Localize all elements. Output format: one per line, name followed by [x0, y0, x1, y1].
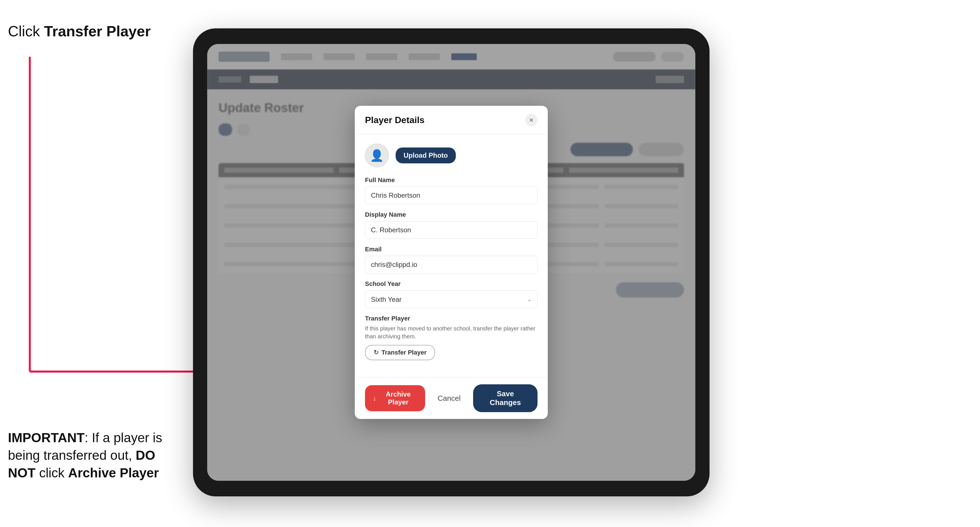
- email-field: Email: [365, 246, 538, 273]
- email-input[interactable]: [365, 256, 538, 273]
- display-name-input[interactable]: [365, 221, 538, 239]
- bottom-text-2: click: [35, 465, 68, 480]
- transfer-section: Transfer Player If this player has moved…: [365, 315, 538, 360]
- photo-section: 👤 Upload Photo: [365, 143, 538, 167]
- modal-body: 👤 Upload Photo Full Name Display Name: [355, 135, 548, 377]
- click-label: Click: [8, 23, 44, 40]
- transfer-player-bold: Transfer Player: [44, 23, 151, 40]
- school-year-label: School Year: [365, 280, 538, 287]
- full-name-label: Full Name: [365, 176, 538, 184]
- top-instruction: Click Transfer Player: [8, 23, 151, 40]
- display-name-field: Display Name: [365, 211, 538, 239]
- modal-close-button[interactable]: ×: [525, 114, 538, 126]
- archive-button-label: Archive Player: [379, 390, 417, 406]
- avatar-icon: 👤: [370, 149, 384, 162]
- display-name-label: Display Name: [365, 211, 538, 218]
- modal-overlay: Player Details × 👤 Upload Photo Full Nam: [207, 44, 695, 481]
- modal-header: Player Details ×: [355, 106, 548, 135]
- tablet-screen: Update Roster: [207, 44, 695, 481]
- transfer-button-label: Transfer Player: [382, 349, 426, 356]
- tablet-device: Update Roster: [193, 29, 710, 496]
- save-changes-button[interactable]: Save Changes: [473, 384, 538, 412]
- archive-player-bold: Archive Player: [68, 465, 159, 480]
- important-label: IMPORTANT: [8, 430, 84, 445]
- email-label: Email: [365, 246, 538, 253]
- cancel-button[interactable]: Cancel: [431, 389, 468, 407]
- transfer-icon: ↻: [374, 349, 379, 356]
- modal-title: Player Details: [365, 115, 425, 125]
- avatar: 👤: [365, 143, 389, 167]
- transfer-section-description: If this player has moved to another scho…: [365, 324, 538, 340]
- school-year-wrapper: First Year Second Year Third Year Fourth…: [365, 290, 538, 308]
- school-year-field: School Year First Year Second Year Third…: [365, 280, 538, 308]
- archive-player-button[interactable]: ↓ Archive Player: [365, 385, 425, 411]
- archive-icon: ↓: [373, 394, 376, 402]
- modal-footer: ↓ Archive Player Cancel Save Changes: [355, 377, 548, 419]
- upload-photo-button[interactable]: Upload Photo: [396, 148, 456, 163]
- full-name-input[interactable]: [365, 187, 538, 204]
- transfer-player-button[interactable]: ↻ Transfer Player: [365, 345, 435, 360]
- full-name-field: Full Name: [365, 176, 538, 204]
- school-year-select[interactable]: First Year Second Year Third Year Fourth…: [365, 290, 538, 308]
- transfer-section-label: Transfer Player: [365, 315, 538, 322]
- player-details-modal: Player Details × 👤 Upload Photo Full Nam: [355, 106, 548, 419]
- bottom-instruction: IMPORTANT: If a player is being transfer…: [8, 429, 167, 482]
